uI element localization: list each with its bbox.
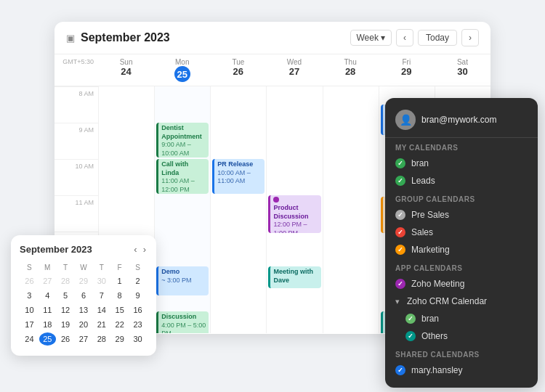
mini-date[interactable]: 8: [111, 289, 128, 302]
mini-date[interactable]: 13: [76, 303, 92, 317]
wednesday-column[interactable]: Product Discussion 12:00 PM – 1:00 PM Me…: [266, 86, 322, 333]
app-cal-others[interactable]: Others: [385, 327, 538, 345]
event-pr-release[interactable]: PR Release 10:00 AM – 11:00 AM: [212, 159, 265, 194]
mini-day-w: W: [76, 262, 92, 273]
my-cal-leads[interactable]: Leads: [385, 172, 538, 189]
mini-date[interactable]: 9: [129, 289, 146, 302]
cal-bran-indicator: [395, 158, 405, 168]
mini-date[interactable]: 6: [76, 289, 92, 302]
thursday-column[interactable]: [323, 86, 379, 333]
mini-date[interactable]: 5: [57, 289, 74, 302]
event-call-linda[interactable]: Call with Linda 11:00 AM – 12:00 PM: [156, 159, 209, 194]
cal-bran-sub-indicator: [405, 314, 416, 324]
avatar: 👤: [395, 110, 416, 130]
mini-date[interactable]: 26: [21, 274, 38, 287]
event-product-discussion[interactable]: Product Discussion 12:00 PM – 1:00 PM: [268, 195, 320, 233]
mini-date[interactable]: 18: [39, 318, 56, 331]
app-cal-zoho-crm[interactable]: ▾ Zoho CRM Calendar: [385, 293, 538, 310]
event-demo[interactable]: Demo ~ 3:00 PM: [156, 266, 209, 295]
mini-prev-button[interactable]: ‹: [132, 244, 138, 255]
panel-user: 👤 bran@mywork.com: [385, 107, 538, 138]
group-calendars-label: GROUP CALENDARS: [385, 189, 538, 206]
mini-date[interactable]: 11: [39, 303, 56, 317]
mini-date[interactable]: 28: [93, 332, 110, 346]
mini-date[interactable]: 15: [111, 303, 128, 317]
group-cal-presales[interactable]: Pre Sales: [385, 206, 538, 224]
app-calendars-label: APP CALENDARS: [385, 258, 538, 275]
mini-today-date[interactable]: 25: [39, 332, 56, 346]
mini-calendar-grid: S M T W T F S 26 27 28 29 30 1 2 3 4: [20, 261, 148, 347]
mini-day-m: M: [39, 262, 56, 273]
calendar-title: September 2023: [81, 31, 344, 44]
mini-date[interactable]: 17: [21, 318, 38, 331]
mini-calendar: September 2023 ‹ › S M T W T F S 26 27 2…: [11, 235, 156, 356]
day-headers: GMT+5:30 Sun 24 Mon 25 Tue 26 Wed 27 Thu…: [54, 54, 490, 86]
chevron-down-icon: ▾: [395, 297, 400, 306]
prev-week-button[interactable]: ‹: [396, 29, 413, 46]
app-cal-bran-sub[interactable]: bran: [385, 310, 538, 327]
mini-date[interactable]: 20: [76, 318, 92, 331]
mini-date[interactable]: 7: [93, 289, 110, 302]
mini-date[interactable]: 30: [93, 274, 110, 287]
mini-date[interactable]: 26: [57, 332, 74, 346]
cal-sales-name: Sales: [411, 227, 433, 237]
mini-day-f: F: [111, 262, 128, 273]
mini-date[interactable]: 21: [93, 318, 110, 331]
mini-date[interactable]: 12: [57, 303, 74, 317]
mini-date[interactable]: 2: [129, 274, 146, 287]
shared-cal-mary[interactable]: mary.hansley: [385, 362, 538, 379]
mini-date[interactable]: 19: [57, 318, 74, 331]
day-col-fri: Fri 29: [379, 54, 435, 86]
mini-date[interactable]: 14: [93, 303, 110, 317]
mini-date[interactable]: 1: [111, 274, 128, 287]
mini-date[interactable]: 10: [21, 303, 38, 317]
mini-date[interactable]: 22: [111, 318, 128, 331]
mini-date[interactable]: 16: [129, 303, 146, 317]
mini-day-s2: S: [129, 262, 146, 273]
day-col-wed: Wed 27: [266, 54, 322, 86]
app-cal-zoho-meeting[interactable]: Zoho Meeting: [385, 275, 538, 293]
group-cal-marketing[interactable]: Marketing: [385, 241, 538, 258]
event-meeting-dave[interactable]: Meeting with Dave: [268, 266, 320, 288]
next-week-button[interactable]: ›: [461, 29, 479, 46]
mini-date[interactable]: 27: [39, 274, 56, 287]
time-11am: 11 AM: [54, 195, 98, 232]
cal-bran-name: bran: [411, 158, 429, 168]
mini-date[interactable]: 30: [129, 332, 146, 346]
mini-date[interactable]: 28: [57, 274, 74, 287]
time-9am: 9 AM: [54, 123, 98, 159]
monday-column[interactable]: Dentist Appointment 9:00 AM – 10:00 AM C…: [154, 86, 210, 333]
mini-date[interactable]: 24: [21, 332, 38, 346]
group-cal-sales[interactable]: Sales: [385, 224, 538, 241]
day-col-thu: Thu 28: [323, 54, 379, 86]
week-view-dropdown[interactable]: Week ▾: [350, 30, 392, 46]
mini-calendar-title: September 2023: [20, 244, 92, 255]
right-panel-calendars: 👤 bran@mywork.com MY CALENDARS bran Lead…: [385, 98, 538, 388]
today-button[interactable]: Today: [418, 30, 457, 46]
cal-presales-indicator: [395, 210, 405, 220]
event-dentist[interactable]: Dentist Appointment 9:00 AM – 10:00 AM: [156, 123, 209, 158]
event-discussion-mon[interactable]: Discussion 4:00 PM – 5:00 PM: [156, 311, 209, 333]
mini-date[interactable]: 23: [129, 318, 146, 331]
time-10am: 10 AM: [54, 159, 98, 195]
cal-zoho-meeting-name: Zoho Meeting: [411, 279, 464, 289]
tuesday-column[interactable]: PR Release 10:00 AM – 11:00 AM: [210, 86, 266, 333]
mini-date[interactable]: 29: [111, 332, 128, 346]
mini-day-s1: S: [21, 262, 38, 273]
my-calendars-label: MY CALENDARS: [385, 138, 538, 155]
mini-date[interactable]: 27: [76, 332, 92, 346]
cal-marketing-indicator: [395, 245, 405, 255]
cal-zoho-crm-name: Zoho CRM Calendar: [407, 296, 487, 306]
day-col-tue: Tue 26: [210, 54, 266, 86]
mini-date[interactable]: 3: [21, 289, 38, 302]
mini-date[interactable]: 4: [39, 289, 56, 302]
my-cal-bran[interactable]: bran: [385, 155, 538, 172]
user-email: bran@mywork.com: [421, 115, 497, 125]
mini-next-button[interactable]: ›: [142, 244, 148, 255]
shared-calendars-label: SHARED CALENDARS: [385, 345, 538, 362]
cal-zoho-meeting-indicator: [395, 279, 405, 289]
cal-mary-indicator: [395, 365, 405, 375]
cal-sales-indicator: [395, 227, 405, 237]
mini-calendar-header: September 2023 ‹ ›: [20, 244, 148, 255]
mini-date[interactable]: 29: [76, 274, 92, 287]
